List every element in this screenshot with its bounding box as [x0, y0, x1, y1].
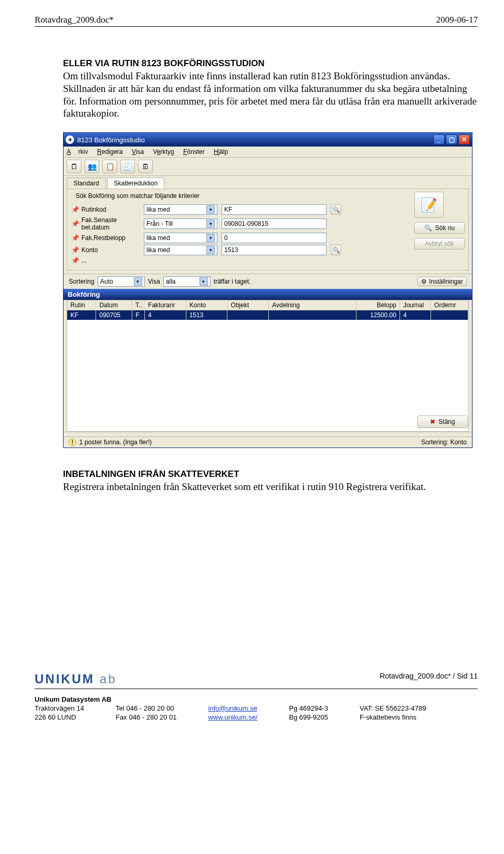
combo-rutinkod-op[interactable]: lika med▾	[144, 204, 217, 215]
toolbar-icon-3[interactable]: 📋	[102, 160, 117, 173]
col-t[interactable]: T..	[132, 300, 145, 310]
minimize-button[interactable]: _	[433, 134, 445, 145]
combo-rest-op[interactable]: lika med▾	[144, 233, 217, 243]
email-link[interactable]: info@unikum.se	[208, 704, 258, 712]
cell-t: F	[132, 310, 145, 320]
chevron-down-icon: ▾	[134, 277, 142, 286]
cell-konto: 1513	[186, 310, 228, 320]
sok-nu-button[interactable]: 🔍Sök nu	[414, 222, 465, 234]
menu-fonster[interactable]: Fönster	[183, 148, 205, 155]
tabs: Standard Skattereduktion	[64, 176, 472, 189]
installningar-button[interactable]: ⚙ Inställningar	[417, 277, 467, 286]
pin-icon: 📌	[71, 246, 79, 254]
section-2-heading: INBETALNINGEN IFRÅN SKATTEVERKET	[63, 469, 478, 480]
pin-icon: 📌	[71, 257, 79, 264]
label-sortering: Sortering	[69, 278, 94, 285]
grid-footer: ✖ Stäng	[64, 432, 472, 436]
grid-header-row: Rutin Datum T.. Fakturanr Konto Objekt A…	[67, 300, 468, 310]
menu-verktyg[interactable]: Verktyg	[153, 148, 174, 155]
col-objekt[interactable]: Objekt	[228, 300, 269, 310]
label-more[interactable]: ...	[81, 257, 87, 264]
col-belopp[interactable]: Belopp	[356, 300, 400, 310]
website-link[interactable]: www.unikum.se/	[208, 713, 258, 721]
col-datum[interactable]: Datum	[96, 300, 132, 310]
label-traffar: träffar i taget.	[214, 278, 250, 285]
chevron-down-icon: ▾	[206, 246, 215, 254]
fieldset-title: Sök Bokföring som matchar följande krite…	[74, 192, 202, 200]
titlebar: ✦ 8123 Bokföringsstudio _ ▢ ✕	[64, 133, 472, 147]
toolbar: 🗒 👥 📋 🧾 🗓	[64, 158, 472, 176]
input-fakdat[interactable]: 090801-090815	[222, 218, 327, 229]
doc-date: 2009-06-17	[436, 15, 478, 25]
chevron-down-icon: ▾	[206, 234, 215, 242]
status-right: Sortering: Konto	[421, 439, 467, 446]
search-icon: 🔍	[424, 224, 432, 232]
search-icon[interactable]: 🔍	[331, 245, 341, 255]
menu-redigera[interactable]: Redigera	[97, 148, 123, 155]
section-1-heading: ELLER VIA RUTIN 8123 BOKFÖRINGSSTUDION	[63, 58, 478, 69]
col-konto[interactable]: Konto	[186, 300, 228, 310]
table-row[interactable]: KF 090705 F 4 1513 12500.00 4	[67, 310, 468, 320]
brand-logo: UNIKUM ab	[35, 672, 117, 686]
combo-visa[interactable]: alla▾	[163, 276, 211, 287]
label-rest: Fak.Restbelopp	[81, 234, 125, 242]
pin-icon: 📌	[71, 206, 79, 213]
footer-col-giro: Pg 469294-3 Bg 699-9205	[289, 704, 328, 721]
statusbar: ! 1 poster funna. (Inga fler!) Sortering…	[64, 436, 472, 447]
chevron-down-icon: ▾	[206, 205, 215, 214]
cell-avd	[269, 310, 356, 320]
sort-row: Sortering Auto▾ Visa alla▾ träffar i tag…	[64, 274, 472, 289]
combo-sortering[interactable]: Auto▾	[98, 276, 145, 287]
footer-col-phone: Tel 046 - 280 20 00 Fax 046 - 280 20 01	[116, 704, 176, 721]
combo-fakdat-op[interactable]: Från - Till▾	[144, 218, 217, 229]
col-ordernr[interactable]: Ordernr	[431, 300, 468, 310]
menu-arkiv[interactable]: Arkiv	[67, 148, 88, 155]
tab-standard[interactable]: Standard	[67, 178, 106, 189]
company-name: Unikum Datasystem AB	[35, 695, 478, 703]
app-icon: ✦	[66, 136, 74, 144]
section-2-body: Registrera inbetalningen från Skatteverk…	[63, 481, 478, 493]
tab-skattereduktion[interactable]: Skattereduktion	[107, 178, 164, 189]
col-fakturanr[interactable]: Fakturanr	[145, 300, 186, 310]
footer-col-web: info@unikum.se www.unikum.se/	[208, 704, 258, 721]
menu-visa[interactable]: Visa	[132, 148, 144, 155]
input-rutinkod[interactable]: KF	[222, 204, 327, 215]
menu-hjalp[interactable]: Hjälp	[214, 148, 228, 155]
col-journal[interactable]: Journal	[400, 300, 431, 310]
input-rest[interactable]: 0	[222, 233, 327, 243]
notes-icon: 📝	[414, 192, 444, 218]
toolbar-icon-2[interactable]: 👥	[85, 160, 99, 173]
footer-col-vat: VAT: SE 556223-4789 F-skattebevis finns	[360, 704, 426, 721]
label-konto: Konto	[81, 246, 98, 254]
pin-icon: 📌	[71, 234, 79, 242]
grid-band: Bokföring	[64, 289, 472, 300]
col-avdelning[interactable]: Avdelning	[269, 300, 356, 310]
chevron-down-icon: ▾	[200, 277, 208, 286]
doc-filename: Rotavdrag_2009.doc*	[35, 15, 114, 25]
close-icon: ✖	[430, 418, 435, 425]
document-header: Rotavdrag_2009.doc* 2009-06-17	[35, 15, 478, 27]
cell-datum: 090705	[96, 310, 132, 320]
cell-rutin: KF	[67, 310, 96, 320]
label-fakdat: Fak.Senaste bet.datum	[81, 216, 140, 231]
search-criteria-fieldset: Sök Bokföring som matchar följande krite…	[67, 189, 469, 270]
stang-button[interactable]: ✖ Stäng	[417, 415, 468, 428]
col-rutin[interactable]: Rutin	[67, 300, 96, 310]
app-window: ✦ 8123 Bokföringsstudio _ ▢ ✕ Arkiv Redi…	[63, 132, 472, 448]
toolbar-icon-5[interactable]: 🗓	[138, 160, 153, 173]
input-konto[interactable]: 1513	[222, 245, 327, 255]
cell-jour: 4	[400, 310, 431, 320]
toolbar-icon-4[interactable]: 🧾	[120, 160, 135, 173]
search-icon[interactable]: 🔍	[331, 204, 341, 215]
menubar: Arkiv Redigera Visa Verktyg Fönster Hjäl…	[64, 147, 472, 158]
result-grid: Rutin Datum T.. Fakturanr Konto Objekt A…	[67, 300, 469, 432]
toolbar-icon-1[interactable]: 🗒	[67, 160, 81, 173]
page-footer: UNIKUM ab Rotavdrag_2009.doc* / Sid 11 U…	[35, 672, 478, 721]
info-icon: !	[69, 439, 76, 446]
label-visa: Visa	[148, 278, 160, 285]
maximize-button[interactable]: ▢	[446, 134, 457, 145]
avbryt-sok-button[interactable]: Avbryt sök	[414, 238, 465, 249]
status-left: 1 poster funna. (Inga fler!)	[79, 439, 152, 446]
close-button[interactable]: ✕	[458, 134, 470, 145]
combo-konto-op[interactable]: lika med▾	[144, 245, 217, 255]
